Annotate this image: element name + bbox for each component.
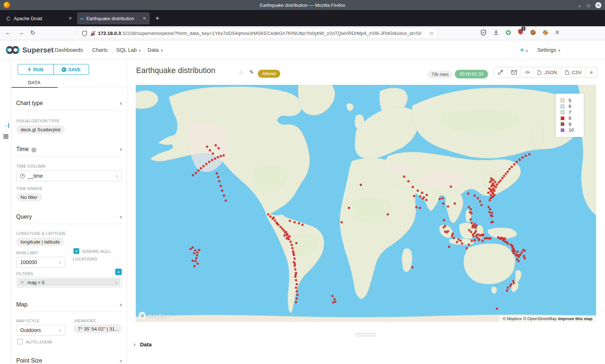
window-title: Earthquake distribution — Mozilla Firefo… — [0, 3, 605, 8]
time-column-label: TIME COLUMN — [16, 164, 45, 168]
add-filter-button[interactable]: + — [115, 269, 122, 275]
close-icon[interactable]: ✕ — [595, 2, 601, 8]
osm-attribution-link[interactable]: © OpenStreetMap — [523, 317, 557, 321]
map-style-select[interactable]: Outdoors ∨ — [16, 325, 65, 336]
export-json-button[interactable]: .JSON — [534, 67, 561, 77]
plus-circle-icon: + — [62, 67, 66, 72]
tab-close-icon[interactable]: ✕ — [68, 16, 73, 21]
mapbox-logo[interactable]: ◎ mapbox — [139, 312, 169, 319]
row-limit-select[interactable]: 100000 ∨ — [16, 257, 65, 268]
run-button[interactable]: RUN — [18, 64, 53, 74]
legend-label: 10 — [569, 127, 574, 133]
minimize-icon[interactable]: ⌄ — [578, 3, 582, 8]
superset-logo[interactable]: Superset — [5, 45, 54, 55]
lonlat-label: LONGITUDE & LATITUDE — [16, 231, 66, 236]
time-column-select[interactable]: __time ∨ — [16, 170, 122, 181]
mapbox-attribution-link[interactable]: © Mapbox — [503, 317, 522, 321]
reload-icon[interactable]: ↻ — [30, 29, 35, 37]
filters-label: FILTERS — [16, 272, 33, 276]
legend-swatch — [561, 110, 564, 114]
legend-swatch — [561, 128, 564, 132]
pinwheel-extension-icon[interactable] — [543, 30, 548, 35]
favorite-star-icon[interactable]: ☆ — [238, 69, 244, 77]
altered-badge[interactable]: Altered — [258, 70, 280, 78]
viewport-value[interactable]: 7° 35' 54.02" | 31... — [73, 324, 122, 333]
new-tab-button[interactable]: + — [153, 14, 162, 23]
time-range-label: TIME RANGE — [16, 186, 42, 191]
filter-chip[interactable]: ✕ mag > 5 › — [18, 278, 120, 286]
map-style-label: MAP STYLE — [16, 319, 40, 323]
tab-data[interactable]: DATA — [28, 80, 41, 85]
add-new-button[interactable]: +▼ — [520, 40, 528, 60]
insecure-lock-icon[interactable] — [91, 31, 95, 36]
viz-type-value[interactable]: deck.gl Scatterplot — [16, 125, 65, 134]
window-titlebar: Earthquake distribution — Mozilla Firefo… — [0, 0, 605, 10]
druid-favicon — [6, 16, 11, 21]
tracking-shield-icon[interactable] — [82, 31, 87, 36]
pocket-shield-icon[interactable] — [481, 29, 486, 36]
lonlat-value[interactable]: longitude | latitude — [16, 237, 64, 246]
chevron-up-icon: ∧ — [120, 147, 122, 152]
tab-close-icon[interactable]: ✕ — [142, 16, 147, 21]
tampermonkey-icon[interactable] — [506, 30, 511, 35]
nav-item-charts[interactable]: Charts — [92, 40, 108, 60]
query-timer-badge: 00:00:02.33 — [455, 70, 488, 78]
chevron-down-icon: ∨ — [120, 359, 122, 363]
nav-item-data[interactable]: Data▼ — [148, 40, 163, 60]
back-icon[interactable]: ← — [5, 29, 11, 36]
remove-filter-icon[interactable]: ✕ — [21, 280, 24, 285]
collapse-panel-icon[interactable]: → — [3, 123, 9, 128]
browser-tabbar: Apache Druid ✕ ∞ Earthquake distribution… — [0, 10, 605, 26]
improve-map-link[interactable]: Improve this map — [558, 317, 592, 321]
edit-icon[interactable]: ✎ — [249, 69, 254, 76]
menu-icon[interactable]: ≡ — [555, 30, 559, 35]
tab-label: Apache Druid — [14, 16, 68, 21]
viewport-label: VIEWPORT — [74, 319, 96, 323]
info-icon: i — [31, 147, 36, 153]
deckgl-map[interactable]: 5678910 ◎ mapbox © Mapbox © OpenStreetMa… — [136, 85, 596, 322]
forward-icon[interactable]: → — [18, 29, 24, 36]
chevron-down-icon: ▼ — [557, 49, 561, 53]
section-time[interactable]: Timei ∧ — [16, 146, 122, 153]
ublock-icon[interactable]: 2 — [518, 29, 523, 36]
legend-swatch — [561, 122, 564, 126]
row-limit-label: ROW LIMIT — [16, 251, 39, 255]
data-collapse-row[interactable]: › Data — [134, 341, 152, 347]
ignore-null-label-2: LOCATIONS — [73, 257, 97, 261]
tab-apache-druid[interactable]: Apache Druid ✕ — [3, 12, 76, 24]
superset-wordmark: Superset — [22, 46, 54, 54]
auto-zoom-checkbox[interactable] — [17, 339, 23, 345]
legend-swatch — [561, 105, 564, 108]
tab-earthquake-distribution[interactable]: ∞ Earthquake distribution ✕ — [77, 12, 150, 24]
ignore-null-checkbox[interactable] — [73, 248, 79, 254]
panel-drag-handle[interactable] — [356, 333, 376, 338]
maximize-icon[interactable]: ◇ — [587, 3, 590, 8]
save-button[interactable]: + SAVE — [53, 64, 89, 74]
more-actions-icon[interactable]: ≡ — [586, 67, 597, 77]
view-query-button[interactable]: <> — [521, 67, 534, 77]
export-csv-button[interactable]: .CSV — [561, 67, 586, 77]
url-text[interactable]: 172.18.0.3:32108/superset/explore/?form_… — [98, 31, 426, 36]
chart-actions-group: <> .JSON .CSV ≡ — [494, 67, 597, 78]
nav-item-sql-lab[interactable]: SQL Lab▼ — [116, 40, 142, 60]
map-attribution: © Mapbox © OpenStreetMap Improve this ma… — [499, 315, 596, 322]
time-range-value[interactable]: No filter — [16, 193, 42, 201]
download-icon[interactable] — [493, 29, 499, 35]
section-map[interactable]: Map∧ — [16, 301, 122, 308]
datasource-grid-icon[interactable]: ▦ — [3, 132, 9, 140]
chevron-down-icon: ▼ — [525, 49, 529, 53]
email-button[interactable] — [507, 67, 521, 77]
viz-type-label: VISUALIZATION TYPE — [16, 119, 60, 123]
copy-link-button[interactable] — [494, 67, 507, 77]
file-icon — [538, 70, 541, 75]
settings-menu[interactable]: Settings▼ — [537, 40, 561, 60]
bookmark-star-icon[interactable]: ☆ — [429, 30, 434, 37]
expand-filter-icon[interactable]: › — [116, 279, 117, 285]
section-point-size[interactable]: Point Size∨ — [16, 358, 122, 364]
section-query[interactable]: Query∧ — [16, 214, 122, 220]
section-chart-type[interactable]: Chart type∧ — [16, 100, 122, 106]
nav-item-dashboards[interactable]: Dashboards — [55, 40, 83, 60]
superset-navbar: Superset Dashboards Charts SQL Lab▼ Data… — [0, 40, 605, 60]
url-bar[interactable]: 172.18.0.3:32108/superset/explore/?form_… — [79, 28, 438, 38]
cookie-icon[interactable] — [530, 30, 535, 35]
